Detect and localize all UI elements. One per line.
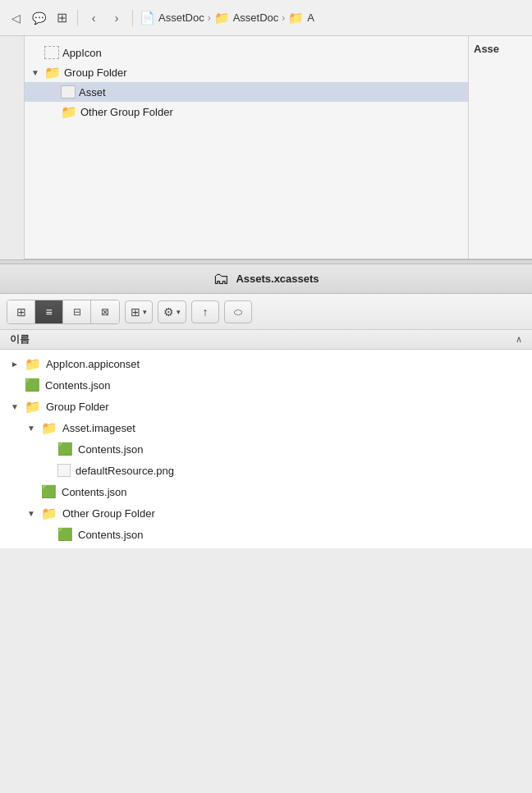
separator	[77, 10, 78, 26]
appicon-file-icon: 📁	[25, 356, 41, 372]
asset-imageset-icon: 📁	[41, 420, 57, 436]
column-header[interactable]: 이름 ∧	[0, 330, 532, 350]
contents-json-2-name: Contents.json	[78, 443, 144, 456]
gear-chevron-icon: ▾	[177, 308, 181, 316]
nav-left-gutter	[0, 36, 25, 259]
asset-label: Asset	[79, 86, 106, 99]
expand-other-group-arrow[interactable]: ▼	[26, 509, 36, 518]
arrow-group-folder: ▼	[31, 68, 41, 77]
col-header-name-label: 이름	[10, 332, 30, 346]
list-view-button[interactable]: ≡	[35, 300, 63, 323]
finder-toolbar: ⊞ ≡ ⊟ ⊠ ⊞ ▾ ⚙ ▾ ↑ ⬭	[0, 294, 532, 330]
finder-window: 🗂 Assets.xcassets ⊞ ≡ ⊟ ⊠ ⊞ ▾ ⚙ ▾ ↑ ⬭	[0, 264, 532, 548]
asset-imageset-name: Asset.imageset	[62, 422, 135, 434]
forward-button[interactable]: ›	[108, 9, 126, 27]
folder-icon-2: 📁	[288, 11, 304, 25]
file-row-contents-json-4[interactable]: ► 🟩 Contents.json	[0, 524, 532, 545]
breadcrumb-sep-1: ›	[208, 12, 211, 24]
json-icon-2: 🟩	[57, 442, 73, 456]
breadcrumb-sep-2: ›	[282, 12, 285, 24]
group-icon: ⊞	[131, 305, 140, 319]
grid-icon[interactable]: ⊞	[53, 9, 71, 27]
breadcrumb: 📄 AssetDoc › 📁 AssetDoc › 📁 A	[140, 11, 314, 25]
group-arrange-button[interactable]: ⊞ ▾	[125, 300, 153, 323]
file-row-other-group-folder[interactable]: ▼ 📁 Other Group Folder	[0, 502, 532, 524]
group-folder-label: Group Folder	[64, 66, 127, 79]
breadcrumb-assetdoc-doc[interactable]: 📄 AssetDoc	[140, 11, 204, 25]
file-row-contents-json-2[interactable]: ► 🟩 Contents.json	[0, 438, 532, 460]
tag-button[interactable]: ⬭	[224, 300, 252, 323]
right-panel-header: Asse	[474, 43, 499, 55]
asset-icon	[61, 85, 76, 99]
tree-item-appicon[interactable]: AppIcon	[25, 43, 468, 62]
gear-button[interactable]: ⚙ ▾	[158, 300, 186, 323]
tree-item-group-folder[interactable]: ▼ 📁 Group Folder	[25, 62, 468, 82]
separator2	[132, 10, 133, 26]
contents-json-4-name: Contents.json	[78, 529, 144, 541]
other-group-folder-label: Other Group Folder	[80, 106, 173, 118]
share-button[interactable]: ↑	[191, 300, 219, 323]
file-row-contents-json-1[interactable]: ► 🟩 Contents.json	[0, 374, 532, 396]
png-icon	[57, 464, 71, 477]
breadcrumb-label-1: AssetDoc	[158, 11, 204, 24]
nav-icon[interactable]: ◁	[7, 9, 25, 27]
contents-json-3-name: Contents.json	[62, 486, 127, 498]
finder-title: Assets.xcassets	[236, 273, 319, 285]
share-icon: ↑	[203, 305, 209, 319]
json-icon-3: 🟩	[41, 484, 57, 499]
appicon-icon	[44, 46, 59, 59]
back-button[interactable]: ‹	[85, 9, 103, 27]
column-view-button[interactable]: ⊟	[63, 300, 91, 323]
breadcrumb-assetdoc-folder[interactable]: 📁 AssetDoc	[214, 11, 279, 25]
other-group-folder-icon: 📁	[61, 104, 77, 120]
finder-folder-icon: 🗂	[213, 269, 229, 288]
appicon-label: AppIcon	[62, 47, 102, 59]
expand-appicon-arrow[interactable]: ►	[10, 360, 20, 369]
col-header-sort-icon: ∧	[516, 334, 522, 345]
gallery-view-button[interactable]: ⊠	[91, 300, 119, 323]
contents-json-1-name: Contents.json	[45, 379, 111, 392]
file-row-asset-imageset[interactable]: ▼ 📁 Asset.imageset	[0, 417, 532, 438]
other-group-folder-file-name: Other Group Folder	[62, 507, 155, 520]
asset-navigator-tree: AppIcon ▼ 📁 Group Folder Asset 📁 Other G…	[25, 36, 468, 259]
icon-view-button[interactable]: ⊞	[7, 300, 35, 323]
group-folder-file-icon: 📁	[25, 399, 41, 415]
breadcrumb-label-3: A	[307, 11, 314, 24]
finder-title-bar: 🗂 Assets.xcassets	[0, 264, 532, 294]
json-icon-4: 🟩	[57, 527, 73, 542]
breadcrumb-a-folder[interactable]: 📁 A	[288, 11, 314, 25]
file-row-group-folder[interactable]: ▼ 📁 Group Folder	[0, 396, 532, 417]
appicon-file-name: AppIcon.appiconset	[46, 358, 140, 370]
tag-icon: ⬭	[234, 306, 242, 318]
top-toolbar: ◁ 💬 ⊞ ‹ › 📄 AssetDoc › 📁 AssetDoc › 📁 A	[0, 0, 532, 36]
chat-icon[interactable]: 💬	[30, 9, 48, 27]
file-row-default-resource[interactable]: ► defaultResource.png	[0, 460, 532, 481]
file-row-appicon[interactable]: ► 📁 AppIcon.appiconset	[0, 353, 532, 374]
group-folder-icon: 📁	[44, 65, 61, 80]
breadcrumb-label-2: AssetDoc	[233, 11, 279, 24]
group-folder-file-name: Group Folder	[46, 401, 109, 413]
tree-item-other-group-folder[interactable]: 📁 Other Group Folder	[25, 102, 468, 121]
other-group-folder-file-icon: 📁	[41, 506, 57, 521]
group-chevron-icon: ▾	[143, 308, 147, 316]
tree-item-asset[interactable]: Asset	[25, 82, 468, 102]
expand-group-folder-arrow[interactable]: ▼	[10, 402, 20, 411]
file-row-contents-json-3[interactable]: ► 🟩 Contents.json	[0, 481, 532, 502]
folder-icon-1: 📁	[214, 11, 230, 25]
expand-asset-imageset-arrow[interactable]: ▼	[26, 424, 36, 433]
file-list: ► 📁 AppIcon.appiconset ► 🟩 Contents.json…	[0, 350, 532, 548]
json-icon-1: 🟩	[25, 378, 40, 392]
default-resource-name: defaultResource.png	[76, 465, 174, 477]
gear-icon: ⚙	[163, 305, 174, 319]
view-button-group: ⊞ ≡ ⊟ ⊠	[7, 300, 120, 324]
doc-icon: 📄	[140, 11, 155, 25]
